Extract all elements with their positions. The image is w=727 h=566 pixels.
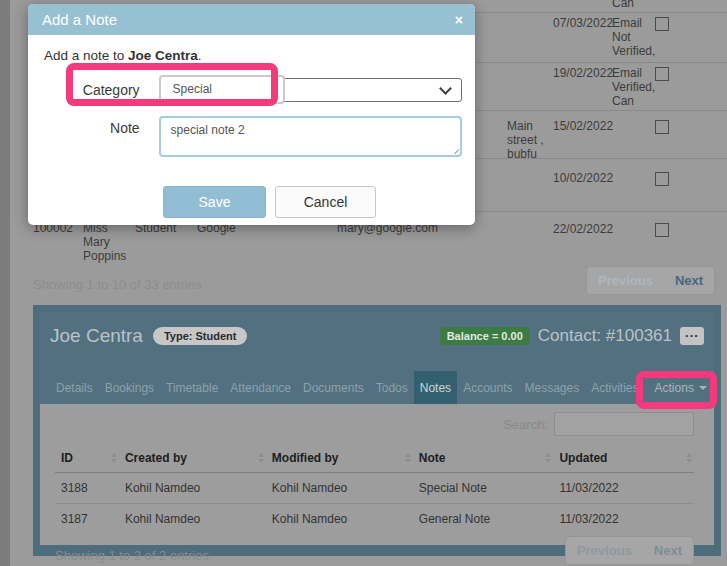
type-badge: Type: Student <box>153 327 248 345</box>
sort-icon <box>686 453 692 463</box>
resize-handle-icon[interactable] <box>450 145 459 154</box>
table-row: 3187 Kohil Namdeo Kohil Namdeo General N… <box>55 504 694 535</box>
more-options-button[interactable]: ... <box>680 327 704 345</box>
date-cell: 10/02/2022 <box>553 171 613 185</box>
note-text: special note 2 <box>171 123 245 137</box>
left-edge-strip <box>0 0 10 566</box>
app-screen: Can 07/03/2022 Email Not Verified, 19/02… <box>0 0 727 566</box>
status-cell: Can <box>612 0 634 10</box>
tab-accounts[interactable]: Accounts <box>457 371 518 404</box>
column-header-modified-by[interactable]: Modified by <box>266 444 413 473</box>
row-checkbox[interactable] <box>655 17 669 31</box>
contact-name: Joe Centra <box>50 325 143 347</box>
tab-documents[interactable]: Documents <box>297 371 370 404</box>
panel-header: Joe Centra Type: Student Balance = 0.00 … <box>40 312 714 404</box>
row-checkbox[interactable] <box>655 120 669 134</box>
tab-messages[interactable]: Messages <box>518 371 585 404</box>
tab-bookings[interactable]: Bookings <box>99 371 160 404</box>
pagination: Previous Next <box>586 266 715 295</box>
notes-tab-content: Search: ID Created by <box>40 404 714 565</box>
add-note-dialog: Add a Note × Add a note to Joe Centra. C… <box>28 4 475 225</box>
tab-todos[interactable]: Todos <box>370 371 414 404</box>
contact-name: Joe Centra <box>128 48 198 63</box>
column-header-id[interactable]: ID <box>55 444 119 473</box>
search-label: Search: <box>503 417 548 432</box>
sort-icon <box>405 453 411 463</box>
dialog-intro-text: Add a note to Joe Centra. <box>44 48 462 63</box>
entries-summary: Showing 1 to 2 of 2 entries <box>55 548 209 563</box>
column-header-note[interactable]: Note <box>413 444 554 473</box>
annotation-highlight-category <box>66 63 278 106</box>
sort-icon <box>258 453 264 463</box>
column-header-updated[interactable]: Updated <box>553 444 694 473</box>
table-row: 3188 Kohil Namdeo Kohil Namdeo Special N… <box>55 473 694 504</box>
sort-icon <box>111 453 117 463</box>
date-cell: 22/02/2022 <box>553 222 613 236</box>
balance-badge: Balance = 0.00 <box>440 327 530 345</box>
tab-details[interactable]: Details <box>50 371 99 404</box>
tab-notes[interactable]: Notes <box>414 371 457 404</box>
search-input[interactable] <box>554 412 694 436</box>
sort-icon <box>545 453 551 463</box>
next-button[interactable]: Next <box>643 537 693 564</box>
cancel-button[interactable]: Cancel <box>275 186 376 218</box>
date-cell: 19/02/2022 <box>553 66 613 80</box>
tab-attendance[interactable]: Attendance <box>224 371 297 404</box>
row-checkbox[interactable] <box>655 67 669 81</box>
date-cell: 15/02/2022 <box>553 119 613 133</box>
dialog-header: Add a Note × <box>28 4 475 35</box>
notes-table: ID Created by Modified by Note <box>55 444 694 534</box>
row-checkbox[interactable] <box>655 223 669 237</box>
annotation-highlight-actions <box>636 371 717 409</box>
tab-timetable[interactable]: Timetable <box>160 371 224 404</box>
note-textarea[interactable]: special note 2 <box>159 116 462 157</box>
chevron-down-icon <box>439 82 452 95</box>
status-cell: Email Verified, Can <box>612 66 658 108</box>
status-cell: Email Not Verified, <box>612 16 658 58</box>
name-cell: Miss Mary Poppins <box>83 221 133 263</box>
save-button[interactable]: Save <box>163 186 266 218</box>
address-cell: Main street , bubfu <box>507 119 553 161</box>
close-icon[interactable]: × <box>455 12 463 28</box>
tab-bar: Details Bookings Timetable Attendance Do… <box>50 371 704 404</box>
previous-button[interactable]: Previous <box>566 537 643 564</box>
row-checkbox[interactable] <box>655 172 669 186</box>
column-header-created-by[interactable]: Created by <box>119 444 266 473</box>
entries-summary: Showing 1 to 10 of 33 entries <box>33 277 201 292</box>
previous-button[interactable]: Previous <box>587 267 664 294</box>
note-label: Note <box>44 116 159 157</box>
dialog-title: Add a Note <box>42 11 117 28</box>
next-button[interactable]: Next <box>664 267 714 294</box>
contact-id: Contact: #100361 <box>538 326 672 346</box>
pagination: Previous Next <box>565 536 694 565</box>
contact-panel: Joe Centra Type: Student Balance = 0.00 … <box>33 305 721 556</box>
date-cell: 07/03/2022 <box>553 16 613 30</box>
